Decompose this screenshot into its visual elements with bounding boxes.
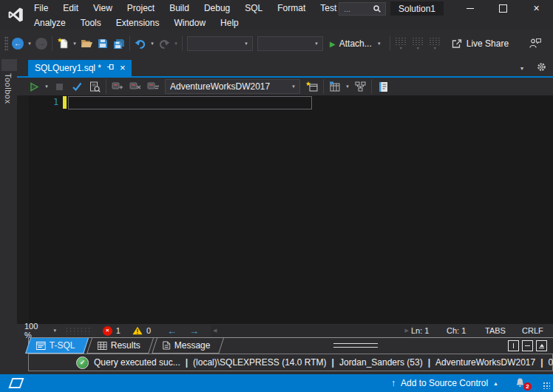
menu-project[interactable]: Project bbox=[120, 3, 162, 13]
pane-minimize-button[interactable] bbox=[522, 340, 533, 351]
menu-build[interactable]: Build bbox=[162, 3, 197, 13]
parse-check-icon bbox=[72, 82, 82, 91]
results-grid-icon bbox=[97, 342, 106, 350]
toolbar-separator bbox=[323, 79, 324, 94]
analyze-query-button[interactable] bbox=[86, 78, 104, 95]
maximize-button[interactable] bbox=[486, 0, 520, 16]
resize-grip[interactable] bbox=[543, 382, 550, 389]
query-designer-button[interactable] bbox=[351, 78, 369, 95]
save-button[interactable] bbox=[95, 35, 111, 53]
scroll-left-icon[interactable]: ◀ bbox=[213, 328, 217, 334]
execution-plan-icon bbox=[329, 81, 341, 92]
template-parameters-button[interactable] bbox=[374, 78, 392, 95]
toolbar-combobox-1[interactable]: ▾ bbox=[187, 36, 253, 51]
notifications-button[interactable]: 2 bbox=[515, 377, 528, 389]
live-share-icon bbox=[451, 38, 462, 49]
connect-icon bbox=[112, 81, 123, 92]
new-file-dropdown-caret[interactable]: ▾ bbox=[71, 41, 78, 47]
menu-sql[interactable]: SQL bbox=[237, 3, 270, 13]
tab-close-icon[interactable]: × bbox=[120, 64, 126, 72]
execution-plan-caret[interactable]: ▾ bbox=[344, 84, 351, 89]
add-to-source-control-button[interactable]: ↑ Add to Source Control ▲ bbox=[391, 378, 498, 388]
pane-restore-button[interactable] bbox=[508, 340, 519, 351]
pane-splitter-grip[interactable] bbox=[333, 343, 378, 348]
menu-file[interactable]: File bbox=[27, 3, 55, 13]
document-tab-sqlquery1[interactable]: SQLQuery1.sql * × bbox=[28, 60, 132, 76]
warning-indicator[interactable]: 0 bbox=[132, 326, 151, 335]
status-separator: | bbox=[332, 357, 334, 368]
change-connection-icon bbox=[147, 81, 159, 92]
toolbox-tab[interactable]: Toolbox bbox=[4, 73, 13, 104]
menu-help[interactable]: Help bbox=[213, 18, 246, 28]
query-status-message: Query executed suc... bbox=[94, 357, 180, 368]
navigate-back-button[interactable]: ← bbox=[10, 35, 26, 53]
menu-analyze[interactable]: Analyze bbox=[27, 18, 73, 28]
close-button[interactable]: × bbox=[520, 0, 553, 16]
menu-window[interactable]: Window bbox=[166, 18, 213, 28]
quick-launch-search[interactable]: ... bbox=[339, 2, 386, 16]
tab-tsql-label: T-SQL bbox=[50, 340, 75, 351]
parse-query-button[interactable] bbox=[68, 78, 86, 95]
toolbox-sidebar: Toolbox bbox=[0, 58, 17, 374]
minimize-icon bbox=[467, 8, 474, 9]
new-file-button[interactable] bbox=[55, 35, 71, 53]
menu-extensions[interactable]: Extensions bbox=[109, 18, 167, 28]
pin-icon[interactable] bbox=[106, 63, 115, 73]
database-selector[interactable]: AdventureWorksDW2017 ▾ bbox=[165, 79, 300, 94]
menu-edit[interactable]: Edit bbox=[55, 3, 86, 13]
live-share-button[interactable]: Live Share bbox=[451, 38, 509, 49]
execution-plan-button[interactable] bbox=[326, 78, 344, 95]
tab-results[interactable]: Results bbox=[86, 338, 154, 354]
back-dropdown-caret[interactable]: ▾ bbox=[26, 41, 33, 47]
save-all-button[interactable] bbox=[111, 35, 127, 53]
open-file-button[interactable] bbox=[78, 35, 95, 53]
source-control-caret-icon: ▲ bbox=[493, 381, 498, 386]
menu-debug[interactable]: Debug bbox=[197, 3, 237, 13]
error-indicator[interactable]: × 1 bbox=[103, 326, 121, 336]
new-query-current-connection-button[interactable] bbox=[303, 78, 321, 95]
navigate-forward-button[interactable]: → bbox=[33, 35, 50, 53]
scroll-right-icon[interactable]: ▶ bbox=[405, 328, 409, 334]
redo-button[interactable] bbox=[156, 35, 172, 53]
breakpoint-margin[interactable] bbox=[17, 95, 29, 324]
document-tab-title: SQLQuery1.sql * bbox=[35, 63, 101, 73]
attach-play-icon: ▶ bbox=[330, 40, 336, 48]
navigate-previous-button[interactable]: ← bbox=[167, 325, 177, 337]
undo-dropdown-caret[interactable]: ▾ bbox=[149, 41, 156, 47]
code-editor[interactable]: 1 bbox=[17, 95, 553, 324]
gear-icon[interactable] bbox=[537, 61, 546, 75]
attach-dropdown-caret: ▾ bbox=[376, 41, 383, 47]
execute-play-icon bbox=[30, 82, 39, 92]
execute-dropdown-caret[interactable]: ▾ bbox=[43, 84, 50, 89]
menu-format[interactable]: Format bbox=[270, 3, 313, 13]
step-icon bbox=[395, 37, 407, 45]
execute-query-button[interactable] bbox=[25, 78, 43, 95]
search-placeholder: ... bbox=[344, 5, 350, 13]
pane-maximize-button[interactable] bbox=[536, 340, 547, 351]
caret-position-group: Ln: 1 Ch: 1 TABS CRLF bbox=[411, 326, 553, 335]
menu-view[interactable]: View bbox=[86, 3, 120, 13]
undo-button[interactable] bbox=[132, 35, 149, 53]
database-name: AdventureWorksDW2017 bbox=[435, 357, 535, 368]
navigate-next-button[interactable]: → bbox=[189, 325, 199, 337]
step-icon bbox=[412, 37, 424, 45]
toolbox-tab-highlight bbox=[1, 59, 17, 71]
toolbar-combobox-2[interactable]: ▾ bbox=[257, 36, 323, 51]
step-into-button-disabled: ▾ bbox=[395, 37, 407, 50]
connect-database-button[interactable] bbox=[109, 78, 126, 95]
toolbar-grip[interactable] bbox=[4, 36, 8, 51]
change-connection-button[interactable] bbox=[144, 78, 162, 95]
maximize-pane-icon-base bbox=[539, 348, 544, 348]
tab-message[interactable]: Message bbox=[152, 338, 224, 354]
minimize-button[interactable] bbox=[453, 0, 486, 16]
tab-tsql[interactable]: T-SQL bbox=[25, 338, 89, 354]
elapsed-time: 00:00:00 bbox=[549, 357, 553, 368]
background-tasks-icon[interactable] bbox=[8, 378, 24, 388]
attach-debugger-button[interactable]: ▶ Attach... ▾ bbox=[330, 38, 383, 49]
tab-overflow-caret[interactable]: ▾ bbox=[518, 65, 526, 72]
send-feedback-button[interactable] bbox=[529, 38, 541, 52]
redo-dropdown-caret[interactable]: ▾ bbox=[172, 41, 180, 47]
horizontal-scrollbar[interactable]: ◀ ▶ bbox=[211, 325, 411, 337]
menu-tools[interactable]: Tools bbox=[73, 18, 109, 28]
disconnect-database-button[interactable] bbox=[126, 78, 144, 95]
